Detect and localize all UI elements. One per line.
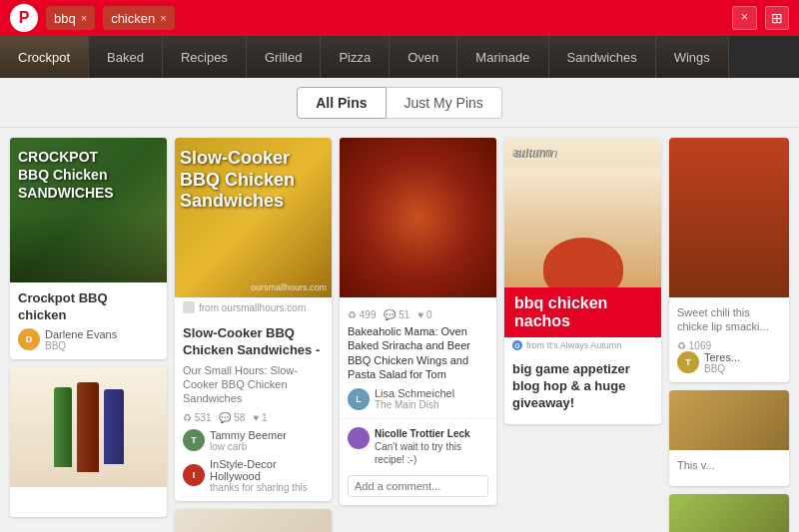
pin-column-2: Slow-CookerBBQ ChickenSandwiches from ou… [175, 138, 332, 522]
crockpot-source-text: high heels and grills [18, 267, 98, 277]
category-crockpot[interactable]: Crockpot [0, 36, 89, 78]
category-grilled[interactable]: Grilled [247, 36, 322, 78]
pin-meta-slowcooker: T Tammy Beemer low carb [183, 429, 324, 452]
pin-image-crockpot: CROCKPOTBBQ ChickenSANDWICHES high heels… [10, 138, 167, 282]
pin-stats-sweet-chili: ♻ 1069 [677, 340, 781, 351]
pin-title-wings: Bakeaholic Mama: Oven Baked Sriracha and… [348, 324, 488, 381]
repin-stat: ♻ 531 [183, 412, 211, 423]
pin-image-slowcooker: Slow-CookerBBQ ChickenSandwiches [175, 138, 332, 297]
comment-input-wings[interactable] [348, 475, 488, 497]
pin-card-tasty[interactable]: Tasty is this... and th... [669, 494, 789, 532]
pin-card-wings[interactable]: ♻ 499 💬 51 ♥ 0 Bakeaholic Mama: Oven Bak… [340, 138, 496, 505]
pin-desc-team: This v... [677, 458, 781, 472]
category-marinade[interactable]: Marinade [457, 36, 548, 78]
pin-user-teres: Teres... [704, 351, 740, 363]
comment-stat: 💬 58 [219, 412, 245, 423]
pin-meta-instyle: I InStyle-Decor Hollywood thanks for sha… [183, 458, 324, 493]
pin-image-tasty [669, 494, 789, 532]
comment-row-nicolle: Nicolle Trottier Leck Can't wait to try … [348, 427, 488, 466]
avatar-instyle: I [183, 464, 205, 486]
pin-column-1: CROCKPOTBBQ ChickenSANDWICHES high heels… [10, 138, 167, 522]
repin-stat-sweet: ♻ 1069 [677, 340, 711, 351]
just-my-pins-button[interactable]: Just My Pins [387, 87, 502, 119]
pin-info-bottles [10, 487, 167, 517]
pin-title-autumn: big game appetizer blog hop & a huge giv… [512, 361, 653, 412]
close-search-button[interactable]: × [732, 6, 757, 30]
pinterest-logo[interactable]: P [10, 4, 38, 32]
category-wings[interactable]: Wings [656, 36, 729, 78]
bottle-1 [54, 387, 72, 467]
pin-card-team-bbq[interactable]: This v... [669, 390, 789, 486]
bottle-3 [104, 389, 124, 464]
avatar-teres: T [677, 351, 699, 373]
pin-stats-wings: ♻ 499 💬 51 ♥ 0 [348, 309, 488, 320]
pin-card-slowcooker[interactable]: Slow-CookerBBQ ChickenSandwiches from ou… [175, 138, 332, 501]
grid-view-button[interactable]: ⊞ [765, 6, 789, 30]
all-pins-button[interactable]: All Pins [297, 87, 386, 119]
pin-source-slowcooker: from oursmallhours.com [175, 297, 332, 317]
pin-card-crockpot2[interactable]: Crockpot [175, 509, 332, 532]
pin-card-crockpot-sandwich[interactable]: CROCKPOTBBQ ChickenSANDWICHES high heels… [10, 138, 167, 359]
top-bar: P bbq × chicken × × ⊞ [0, 0, 799, 36]
pin-board-tammy: low carb [210, 441, 287, 452]
pin-image-autumn: autumn [504, 138, 661, 287]
from-g-icon: G [512, 340, 522, 350]
pin-card-autumn-nachos[interactable]: autumn bbq chicken nachos G from It's Al… [504, 138, 661, 424]
grid-icon: ⊞ [771, 10, 783, 26]
pin-board-lisa: The Main Dish [375, 399, 454, 410]
repin-stat-wings: ♻ 499 [348, 309, 376, 320]
bottle-2 [77, 382, 99, 472]
filter-bar: All Pins Just My Pins [0, 78, 799, 128]
nachos-label-overlay: bbq chicken nachos [504, 287, 661, 337]
slowcooker-overlay-text: Slow-CookerBBQ ChickenSandwiches [180, 148, 327, 213]
source-favicon [183, 301, 195, 313]
pin-image-crockpot2: Crockpot [175, 509, 332, 532]
pin-user-lisa: Lisa Schmeichel [375, 387, 454, 399]
category-sandwiches[interactable]: Sandwiches [549, 36, 656, 78]
comment-text-nicolle: Nicolle Trottier Leck Can't wait to try … [375, 427, 488, 466]
crockpot-overlay-text: CROCKPOTBBQ ChickenSANDWICHES [18, 148, 159, 203]
pin-board-teres: BBQ [704, 363, 740, 374]
category-oven[interactable]: Oven [390, 36, 457, 78]
pin-info-wings: ♻ 499 💬 51 ♥ 0 Bakeaholic Mama: Oven Bak… [340, 297, 496, 418]
category-bar: Crockpot Baked Recipes Grilled Pizza Ove… [0, 36, 799, 78]
pin-column-5: Sweet chili this chicke lip smacki... ♻ … [669, 138, 789, 522]
pin-card-sweet-chili[interactable]: Sweet chili this chicke lip smacki... ♻ … [669, 138, 789, 382]
pin-info-slowcooker: Slow-Cooker BBQ Chicken Sandwiches - Our… [175, 317, 332, 501]
avatar-lisa: L [348, 388, 370, 410]
pin-user-tammy: Tammy Beemer [210, 429, 287, 441]
pin-desc-sweet-chili: Sweet chili this chicke lip smacki... [677, 305, 781, 334]
category-baked[interactable]: Baked [89, 36, 163, 78]
autumn-label: autumn [504, 138, 661, 168]
pin-column-4: autumn bbq chicken nachos G from It's Al… [504, 138, 661, 522]
pin-board-darlene: BBQ [45, 340, 117, 351]
like-stat-wings: ♥ 0 [417, 309, 431, 320]
pin-title-slowcooker: Slow-Cooker BBQ Chicken Sandwiches - [183, 325, 324, 359]
pin-column-3: ♻ 499 💬 51 ♥ 0 Bakeaholic Mama: Oven Bak… [340, 138, 496, 522]
pin-desc-slowcooker: Our Small Hours: Slow-Cooker BBQ Chicken… [183, 363, 324, 406]
pin-image-team [669, 390, 789, 450]
pin-user-darlene: Darlene Evans [45, 328, 117, 340]
pin-info-autumn: big game appetizer blog hop & a huge giv… [504, 353, 661, 424]
commenter-avatar-nicolle [348, 427, 370, 449]
pin-info-team: This v... [669, 450, 789, 486]
wings-gradient [340, 138, 496, 297]
pin-meta-sweet-chili: T Teres... BBQ [677, 351, 781, 374]
pin-image-wings [340, 138, 496, 297]
remove-tag-chicken[interactable]: × [160, 12, 166, 24]
pin-image-sweet-chili [669, 138, 789, 297]
like-stat: ♥ 1 [253, 412, 267, 423]
pin-title-crockpot: Crockpot BBQ chicken [18, 290, 159, 324]
pin-stats-slowcooker: ♻ 531 💬 58 ♥ 1 [183, 412, 324, 423]
search-tag-bbq[interactable]: bbq × [46, 6, 95, 30]
pin-user-instyle: InStyle-Decor Hollywood [210, 458, 324, 482]
category-pizza[interactable]: Pizza [321, 36, 390, 78]
pin-meta-wings: L Lisa Schmeichel The Main Dish [348, 387, 488, 410]
category-recipes[interactable]: Recipes [163, 36, 247, 78]
avatar-tammy: T [183, 429, 205, 451]
remove-tag-bbq[interactable]: × [81, 12, 87, 24]
search-tag-chicken[interactable]: chicken × [103, 6, 175, 30]
comment-section-wings: Nicolle Trottier Leck Can't wait to try … [340, 418, 496, 505]
pin-info-crockpot: Crockpot BBQ chicken D Darlene Evans BBQ [10, 282, 167, 359]
pin-card-bottles[interactable] [10, 367, 167, 517]
